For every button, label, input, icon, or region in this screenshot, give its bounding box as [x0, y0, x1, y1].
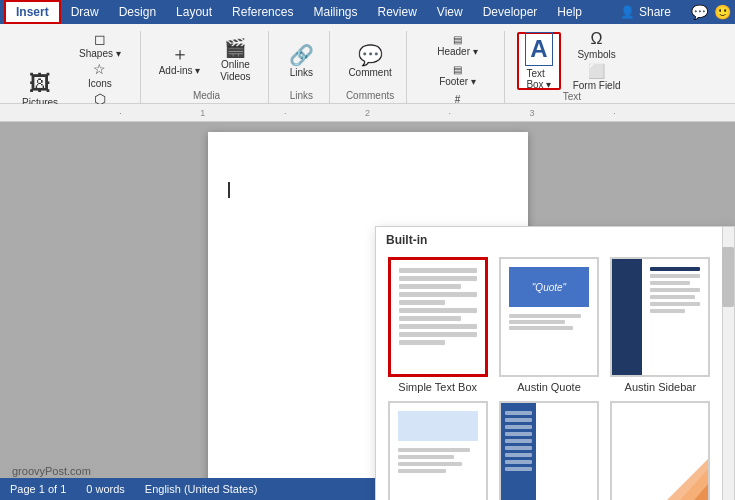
addins-button[interactable]: ＋ Add-ins ▾ — [153, 32, 207, 90]
word-count: 0 words — [86, 483, 125, 495]
text-group-label: Text — [563, 91, 581, 104]
share-button[interactable]: 👤 Share — [606, 1, 685, 23]
form-field-icon: ⬜ — [588, 63, 605, 79]
links-label: Links — [290, 67, 313, 78]
gallery-item-facet-quote[interactable]: Facet Quote — [609, 401, 712, 500]
text-box-icon: A — [525, 32, 552, 66]
icons-label: Icons — [88, 78, 112, 89]
comments-group-label: Comments — [346, 90, 394, 103]
textbox-dropdown-panel: Built-in — [375, 226, 735, 500]
page-number-icon: # — [455, 94, 461, 105]
form-field-button[interactable]: ⬜ Form Field — [567, 63, 627, 91]
comment-button[interactable]: 💬 Comment — [342, 32, 397, 90]
gallery-thumb-simple-text-box — [388, 257, 488, 377]
ribbon-group-text: A TextBox ▾ Ω Symbols ⬜ Form Field Text — [509, 31, 634, 103]
footer-button[interactable]: ▤ Footer ▾ — [419, 61, 496, 89]
header-label: Header ▾ — [437, 46, 478, 57]
gallery-item-austin-quote[interactable]: "Quote" Austin Quote — [497, 257, 600, 393]
dropdown-header: Built-in — [376, 227, 722, 253]
menu-tab-view[interactable]: View — [427, 0, 473, 24]
ribbon-group-comments: 💬 Comment Comments — [334, 31, 406, 103]
media-group-label: Media — [193, 90, 220, 103]
footer-icon: ▤ — [453, 64, 462, 75]
comment-btn-icon: 💬 — [358, 45, 383, 65]
menu-bar: Insert Draw Design Layout References Mai… — [0, 0, 735, 24]
gallery-thumb-facet-quote — [610, 401, 710, 500]
ribbon-group-illustrations: 🖼 Pictures ◻ Shapes ▾ ☆ Icons ⬡ 3D Model… — [8, 31, 141, 103]
gallery-label-austin-sidebar: Austin Sidebar — [625, 381, 697, 393]
ribbon-group-links: 🔗 Links Links — [273, 31, 330, 103]
symbols-label: Symbols — [577, 49, 615, 60]
online-videos-label: OnlineVideos — [220, 59, 250, 83]
gallery-item-banded-sidebar[interactable]: Banded Sidebar — [497, 401, 600, 500]
icons-button[interactable]: ☆ Icons — [68, 61, 132, 89]
links-button[interactable]: 🔗 Links — [281, 32, 321, 90]
menu-tab-layout[interactable]: Layout — [166, 0, 222, 24]
online-videos-icon: 🎬 — [224, 39, 246, 57]
menu-tab-review[interactable]: Review — [367, 0, 426, 24]
watermark: groovyPost.com — [8, 464, 95, 478]
gallery-item-simple-text-box[interactable]: Simple Text Box — [386, 257, 489, 393]
scrollbar-thumb[interactable] — [722, 247, 734, 307]
text-box-label: TextBox ▾ — [526, 68, 551, 90]
header-button[interactable]: ▤ Header ▾ — [419, 31, 496, 59]
ribbon-group-header-footer: ▤ Header ▾ ▤ Footer ▾ # Page Number ▾ He… — [411, 31, 505, 103]
header-icon: ▤ — [453, 34, 462, 45]
menu-tab-design[interactable]: Design — [109, 0, 166, 24]
gallery-item-banded-quote[interactable]: Banded Quote — [386, 401, 489, 500]
gallery-label-simple-text-box: Simple Text Box — [398, 381, 477, 393]
symbols-icon: Ω — [591, 30, 603, 48]
gallery-item-austin-sidebar[interactable]: Austin Sidebar — [609, 257, 712, 393]
online-videos-button[interactable]: 🎬 OnlineVideos — [210, 32, 260, 90]
shapes-icon: ◻ — [94, 31, 106, 47]
document-area: Built-in — [0, 122, 735, 478]
menu-tab-help[interactable]: Help — [547, 0, 592, 24]
ruler: ·1·2·3· — [0, 104, 735, 122]
gallery-thumb-austin-quote: "Quote" — [499, 257, 599, 377]
links-icon: 🔗 — [289, 45, 314, 65]
gallery-grid: Simple Text Box "Quote" — [376, 253, 722, 500]
links-group-label: Links — [290, 90, 313, 103]
gallery-thumb-banded-sidebar — [499, 401, 599, 500]
addins-label: Add-ins ▾ — [159, 65, 201, 76]
gallery-thumb-banded-quote — [388, 401, 488, 500]
scrollbar-track[interactable] — [722, 227, 734, 500]
shapes-button[interactable]: ◻ Shapes ▾ — [68, 31, 132, 59]
comment-icon[interactable]: 💬 — [691, 4, 708, 20]
symbols-button[interactable]: Ω Symbols — [567, 31, 627, 59]
text-box-button[interactable]: A TextBox ▾ — [517, 32, 560, 90]
addins-icon: ＋ — [171, 45, 189, 63]
ribbon: 🖼 Pictures ◻ Shapes ▾ ☆ Icons ⬡ 3D Model… — [0, 24, 735, 104]
language: English (United States) — [145, 483, 258, 495]
menu-tab-draw[interactable]: Draw — [61, 0, 109, 24]
menu-tab-references[interactable]: References — [222, 0, 303, 24]
form-field-label: Form Field — [573, 80, 621, 91]
menu-tab-mailings[interactable]: Mailings — [303, 0, 367, 24]
share-icon: 👤 — [620, 5, 635, 19]
gallery-label-austin-quote: Austin Quote — [517, 381, 581, 393]
ribbon-group-media: ＋ Add-ins ▾ 🎬 OnlineVideos Media — [145, 31, 270, 103]
menu-tab-developer[interactable]: Developer — [473, 0, 548, 24]
smiley-icon[interactable]: 🙂 — [714, 4, 731, 20]
text-cursor — [228, 182, 230, 198]
comment-label: Comment — [348, 67, 391, 78]
icons-icon: ☆ — [93, 61, 106, 77]
pictures-icon: 🖼 — [29, 73, 51, 95]
share-label: Share — [639, 5, 671, 19]
gallery-thumb-austin-sidebar — [610, 257, 710, 377]
shapes-label: Shapes ▾ — [79, 48, 121, 59]
menu-tab-insert[interactable]: Insert — [4, 0, 61, 24]
footer-label: Footer ▾ — [439, 76, 476, 87]
page-info: Page 1 of 1 — [10, 483, 66, 495]
